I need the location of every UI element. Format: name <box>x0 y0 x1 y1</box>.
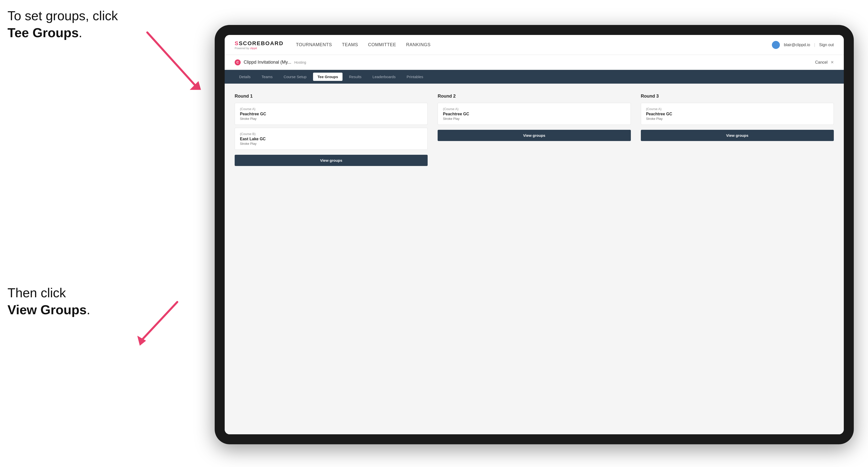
nav-rankings[interactable]: RANKINGS <box>406 42 431 48</box>
tab-course-setup[interactable]: Course Setup <box>279 73 311 81</box>
logo-sub: Powered by clippit <box>235 47 284 50</box>
round-1-title: Round 1 <box>235 94 428 99</box>
top-nav: SSCOREBOARD Powered by clippit TOURNAMEN… <box>225 35 844 55</box>
round-1-course-a-label: (Course A) <box>240 107 423 111</box>
tab-details[interactable]: Details <box>235 73 255 81</box>
tab-results[interactable]: Results <box>344 73 366 81</box>
round-3-course-a-format: Stroke Play <box>646 117 829 121</box>
arrow-view-groups <box>127 300 197 349</box>
round-2-title: Round 2 <box>438 94 630 99</box>
round-1-course-b-label: (Course B) <box>240 132 423 136</box>
instruction-bottom-punct: . <box>87 303 90 317</box>
nav-items: TOURNAMENTS TEAMS COMMITTEE RANKINGS <box>296 42 772 48</box>
round-3-title: Round 3 <box>641 94 834 99</box>
rounds-container: Round 1 (Course A) Peachtree GC Stroke P… <box>235 94 834 166</box>
nav-tournaments[interactable]: TOURNAMENTS <box>296 42 332 48</box>
round-2-view-groups-button[interactable]: View groups <box>438 130 630 141</box>
round-1-column: Round 1 (Course A) Peachtree GC Stroke P… <box>235 94 428 166</box>
nav-right: blair@clippd.io | Sign out <box>772 41 834 49</box>
round-3-course-a-label: (Course A) <box>646 107 829 111</box>
tournament-c-logo: C <box>235 59 241 65</box>
instruction-top-bold: Tee Groups <box>7 26 79 40</box>
sub-nav: C Clippd Invitational (My... Hosting Can… <box>225 55 844 70</box>
instruction-bottom-bold: View Groups <box>7 303 87 317</box>
tournament-name-area: C Clippd Invitational (My... Hosting <box>235 59 815 65</box>
instruction-top: To set groups, click Tee Groups. <box>7 7 118 41</box>
cancel-button[interactable]: Cancel <box>815 60 828 65</box>
logo-scoreboard: SSCOREBOARD <box>235 40 284 47</box>
instruction-top-line1: To set groups, click <box>7 8 118 23</box>
round-2-column: Round 2 (Course A) Peachtree GC Stroke P… <box>438 94 630 166</box>
nav-committee[interactable]: COMMITTEE <box>368 42 396 48</box>
sign-out-link[interactable]: Sign out <box>819 43 834 47</box>
tablet: SSCOREBOARD Powered by clippit TOURNAMEN… <box>215 25 854 444</box>
round-1-course-b-format: Stroke Play <box>240 142 423 146</box>
user-email: blair@clippd.io <box>784 43 810 47</box>
logo-area: SSCOREBOARD Powered by clippit <box>235 40 284 50</box>
tab-tee-groups[interactable]: Tee Groups <box>313 73 342 81</box>
round-3-view-groups-button[interactable]: View groups <box>641 130 834 141</box>
tournament-title: Clippd Invitational (My... <box>244 60 291 65</box>
svg-line-2 <box>142 302 177 339</box>
round-1-course-b-card: (Course B) East Lake GC Stroke Play <box>235 128 428 150</box>
round-3-course-a-card: (Course A) Peachtree GC Stroke Play <box>641 103 834 125</box>
tab-teams[interactable]: Teams <box>257 73 277 81</box>
round-1-course-b-name: East Lake GC <box>240 137 423 141</box>
round-2-course-a-name: Peachtree GC <box>443 112 625 116</box>
round-2-course-a-format: Stroke Play <box>443 117 625 121</box>
round-3-course-a-name: Peachtree GC <box>646 112 829 116</box>
close-icon[interactable]: ✕ <box>831 60 834 65</box>
user-avatar <box>772 41 780 49</box>
instruction-bottom: Then click View Groups. <box>7 284 90 318</box>
hosting-badge: Hosting <box>294 60 306 64</box>
tab-leaderboards[interactable]: Leaderboards <box>368 73 400 81</box>
tab-printables[interactable]: Printables <box>402 73 428 81</box>
tab-bar: Details Teams Course Setup Tee Groups Re… <box>225 70 844 84</box>
round-1-course-a-name: Peachtree GC <box>240 112 423 116</box>
round-3-column: Round 3 (Course A) Peachtree GC Stroke P… <box>641 94 834 166</box>
round-1-course-a-card: (Course A) Peachtree GC Stroke Play <box>235 103 428 125</box>
instruction-bottom-line1: Then click <box>7 285 66 300</box>
nav-teams[interactable]: TEAMS <box>342 42 358 48</box>
svg-line-0 <box>147 32 195 85</box>
tablet-screen: SSCOREBOARD Powered by clippit TOURNAMEN… <box>225 35 844 434</box>
round-2-course-a-label: (Course A) <box>443 107 625 111</box>
round-1-course-a-format: Stroke Play <box>240 117 423 121</box>
round-1-view-groups-button[interactable]: View groups <box>235 155 428 166</box>
arrow-tee-groups <box>132 30 212 100</box>
round-2-course-a-card: (Course A) Peachtree GC Stroke Play <box>438 103 630 125</box>
main-content: Round 1 (Course A) Peachtree GC Stroke P… <box>225 84 844 434</box>
instruction-top-punct: . <box>79 26 82 40</box>
